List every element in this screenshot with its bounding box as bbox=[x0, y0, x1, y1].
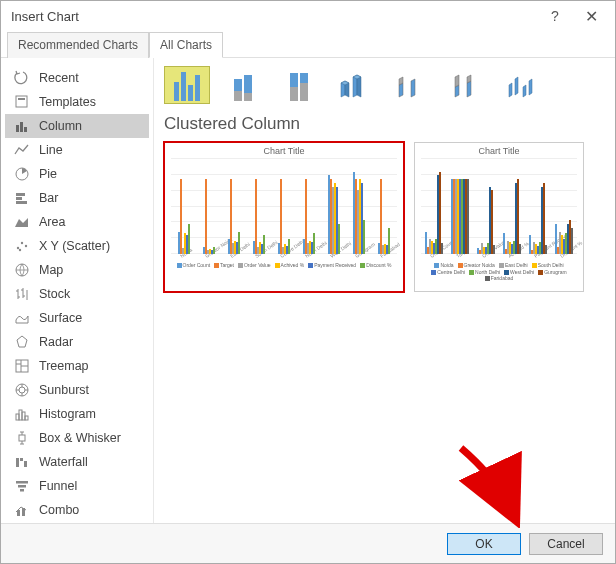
line-icon bbox=[13, 142, 31, 158]
tab-recommended[interactable]: Recommended Charts bbox=[7, 32, 149, 58]
preview-2-legend: NoidaGreator NoidaEast DelhiSouth DelhiC… bbox=[415, 260, 583, 284]
sidebar-item-boxwhisker[interactable]: Box & Whisker bbox=[5, 426, 149, 450]
sidebar-item-label: Histogram bbox=[39, 407, 96, 421]
sidebar-item-histogram[interactable]: Histogram bbox=[5, 402, 149, 426]
recent-icon bbox=[13, 70, 31, 86]
sidebar-item-combo[interactable]: Combo bbox=[5, 498, 149, 522]
thumb-stacked-column[interactable] bbox=[220, 66, 266, 104]
svg-rect-26 bbox=[18, 485, 26, 488]
tab-strip: Recommended Charts All Charts bbox=[1, 31, 615, 58]
svg-rect-0 bbox=[16, 96, 27, 107]
scatter-icon bbox=[13, 238, 31, 254]
sidebar-item-line[interactable]: Line bbox=[5, 138, 149, 162]
sidebar-item-label: Map bbox=[39, 263, 63, 277]
sidebar-item-pie[interactable]: Pie bbox=[5, 162, 149, 186]
titlebar: Insert Chart ? ✕ bbox=[1, 1, 615, 31]
svg-point-16 bbox=[19, 387, 25, 393]
sidebar-item-radar[interactable]: Radar bbox=[5, 330, 149, 354]
sidebar-item-label: Treemap bbox=[39, 359, 89, 373]
preview-2[interactable]: Chart Title Order CountTargetOrder Value… bbox=[414, 142, 584, 292]
sidebar-item-sunburst[interactable]: Sunburst bbox=[5, 378, 149, 402]
button-row: OK Cancel bbox=[1, 523, 615, 563]
sidebar-item-funnel[interactable]: Funnel bbox=[5, 474, 149, 498]
svg-rect-25 bbox=[16, 481, 28, 484]
treemap-icon bbox=[13, 358, 31, 374]
surface-icon bbox=[13, 310, 31, 326]
cancel-button[interactable]: Cancel bbox=[529, 533, 603, 555]
waterfall-icon bbox=[13, 454, 31, 470]
sidebar-item-treemap[interactable]: Treemap bbox=[5, 354, 149, 378]
sidebar-item-area[interactable]: Area bbox=[5, 210, 149, 234]
subtype-thumbnails bbox=[164, 66, 605, 104]
svg-rect-20 bbox=[25, 416, 28, 420]
content-pane: Clustered Column Chart Title NoidaGreato… bbox=[153, 58, 615, 523]
map-icon bbox=[13, 262, 31, 278]
svg-point-11 bbox=[25, 245, 27, 247]
sidebar-item-label: Surface bbox=[39, 311, 82, 325]
svg-rect-3 bbox=[20, 122, 23, 132]
svg-rect-23 bbox=[20, 458, 23, 461]
thumb-clustered-column[interactable] bbox=[164, 66, 210, 104]
templates-icon bbox=[13, 94, 31, 110]
chart-type-sidebar: Recent Templates Column Line Pie Bar Are… bbox=[1, 58, 153, 523]
svg-rect-8 bbox=[16, 201, 27, 204]
svg-rect-27 bbox=[20, 489, 24, 492]
svg-rect-24 bbox=[24, 461, 27, 467]
column-icon bbox=[13, 118, 31, 134]
sidebar-item-recent[interactable]: Recent bbox=[5, 66, 149, 90]
sidebar-item-waterfall[interactable]: Waterfall bbox=[5, 450, 149, 474]
sidebar-item-label: Waterfall bbox=[39, 455, 88, 469]
sidebar-item-label: Sunburst bbox=[39, 383, 89, 397]
sidebar-item-templates[interactable]: Templates bbox=[5, 90, 149, 114]
sidebar-item-label: Combo bbox=[39, 503, 79, 517]
sidebar-item-label: Pie bbox=[39, 167, 57, 181]
thumb-3d-column[interactable] bbox=[500, 66, 546, 104]
close-button[interactable]: ✕ bbox=[573, 2, 609, 30]
svg-rect-7 bbox=[16, 197, 22, 200]
sidebar-item-label: Recent bbox=[39, 71, 79, 85]
chart-previews: Chart Title NoidaGreator NoidaEast Delhi… bbox=[164, 142, 605, 292]
svg-rect-4 bbox=[24, 127, 27, 132]
sunburst-icon bbox=[13, 382, 31, 398]
sidebar-item-label: Radar bbox=[39, 335, 73, 349]
ok-button[interactable]: OK bbox=[447, 533, 521, 555]
preview-1[interactable]: Chart Title NoidaGreator NoidaEast Delhi… bbox=[164, 142, 404, 292]
svg-rect-21 bbox=[19, 435, 25, 441]
preview-1-legend: Order CountTargetOrder ValueAchived %Pay… bbox=[165, 260, 403, 271]
stock-icon bbox=[13, 286, 31, 302]
svg-point-10 bbox=[21, 242, 23, 244]
area-icon bbox=[13, 214, 31, 230]
help-button[interactable]: ? bbox=[537, 2, 573, 30]
thumb-3d-100-stacked-column[interactable] bbox=[444, 66, 490, 104]
thumb-100-stacked-column[interactable] bbox=[276, 66, 322, 104]
sidebar-item-label: Stock bbox=[39, 287, 70, 301]
chart-type-label: Clustered Column bbox=[164, 114, 605, 134]
bar-icon bbox=[13, 190, 31, 206]
preview-title: Chart Title bbox=[415, 143, 583, 159]
sidebar-item-label: Box & Whisker bbox=[39, 431, 121, 445]
sidebar-item-label: Area bbox=[39, 215, 65, 229]
tab-all-charts[interactable]: All Charts bbox=[149, 32, 223, 58]
sidebar-item-bar[interactable]: Bar bbox=[5, 186, 149, 210]
preview-title: Chart Title bbox=[165, 143, 403, 159]
sidebar-item-label: X Y (Scatter) bbox=[39, 239, 110, 253]
svg-point-12 bbox=[19, 249, 21, 251]
preview-1-plot bbox=[165, 159, 403, 254]
dialog-title: Insert Chart bbox=[11, 9, 537, 24]
sidebar-item-map[interactable]: Map bbox=[5, 258, 149, 282]
svg-rect-22 bbox=[16, 458, 19, 467]
sidebar-item-stock[interactable]: Stock bbox=[5, 282, 149, 306]
sidebar-item-surface[interactable]: Surface bbox=[5, 306, 149, 330]
box-whisker-icon bbox=[13, 430, 31, 446]
sidebar-item-column[interactable]: Column bbox=[5, 114, 149, 138]
histogram-icon bbox=[13, 406, 31, 422]
pie-icon bbox=[13, 166, 31, 182]
svg-rect-1 bbox=[18, 98, 25, 100]
insert-chart-dialog: Insert Chart ? ✕ Recommended Charts All … bbox=[0, 0, 616, 564]
thumb-3d-stacked-column[interactable] bbox=[388, 66, 434, 104]
dialog-body: Recent Templates Column Line Pie Bar Are… bbox=[1, 58, 615, 523]
sidebar-item-scatter[interactable]: X Y (Scatter) bbox=[5, 234, 149, 258]
thumb-3d-clustered-column[interactable] bbox=[332, 66, 378, 104]
funnel-icon bbox=[13, 478, 31, 494]
svg-point-9 bbox=[17, 247, 19, 249]
